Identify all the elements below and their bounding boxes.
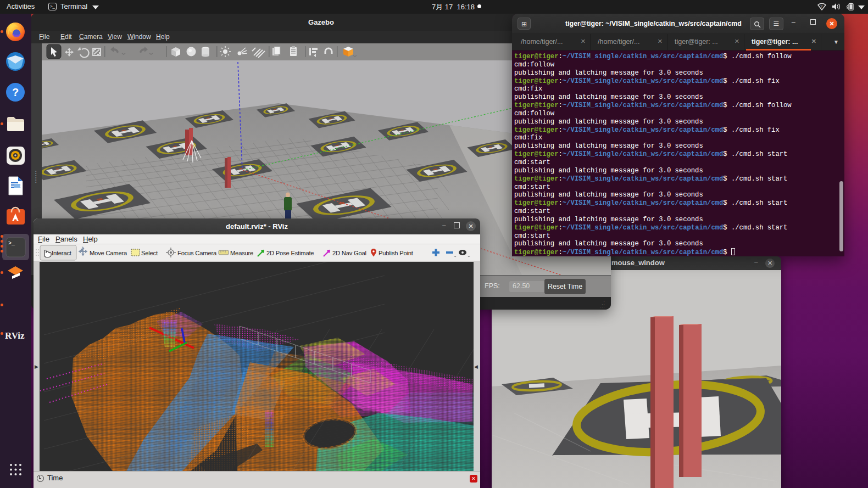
svg-text:?: ?: [820, 4, 823, 9]
svg-text:>_: >_: [8, 240, 15, 246]
svg-text:Publish Point: Publish Point: [379, 250, 414, 256]
svg-text:Measure: Measure: [230, 250, 253, 256]
svg-text:2D Pose Estimate: 2D Pose Estimate: [266, 250, 314, 256]
svg-text:Focus Camera: Focus Camera: [177, 250, 217, 256]
svg-text:Interact: Interact: [52, 250, 72, 256]
svg-text:Move Camera: Move Camera: [90, 250, 127, 256]
svg-text:RViz: RViz: [5, 330, 25, 341]
svg-text:?: ?: [12, 86, 19, 98]
svg-text:2D Nav Goal: 2D Nav Goal: [332, 250, 366, 256]
svg-text:Select: Select: [141, 250, 158, 256]
